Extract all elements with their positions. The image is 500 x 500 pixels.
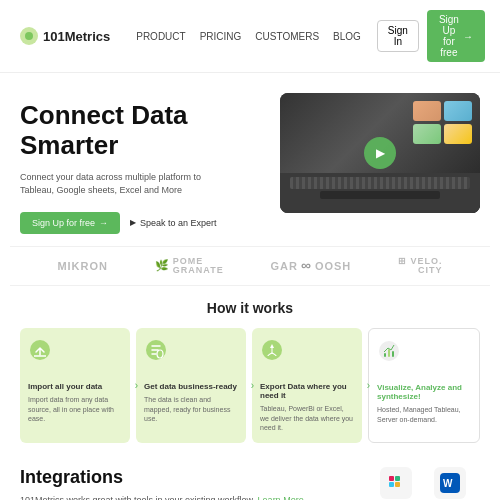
svg-rect-7	[388, 349, 390, 357]
logo-pomegranate: 🌿 Pome granate	[155, 257, 224, 275]
logo-mikron: MIKRON	[57, 260, 108, 272]
logo: 101Metrics	[20, 27, 110, 45]
hiw-card-2-desc: The data is clean and mapped, ready for …	[144, 395, 238, 424]
signup-button-nav[interactable]: Sign Up for free →	[427, 10, 485, 62]
img-tile-2	[444, 101, 472, 121]
integrations-section: Integrations 101Metrics works great with…	[0, 453, 500, 500]
hiw-title: How it works	[20, 300, 480, 316]
svg-rect-10	[389, 482, 394, 487]
logo-velocity: ⊞ VELO. CiTy	[398, 257, 443, 275]
svg-rect-9	[389, 476, 394, 481]
img-tile-1	[413, 101, 441, 121]
integrations-icons: W ✱ Z ☁	[380, 467, 480, 500]
hiw-card-export: Export Data where you need it Tableau, P…	[252, 328, 362, 443]
hiw-cards: Import all your data Import data from an…	[20, 328, 480, 443]
clean-icon	[144, 338, 168, 362]
hiw-card-3-desc: Tableau, PowerBi or Excel, we deliver th…	[260, 404, 354, 433]
hiw-card-2-title: Get data business-ready	[144, 382, 238, 391]
signin-button[interactable]: Sign In	[377, 20, 419, 52]
hiw-card-visualize: Visualize, Analyze and synthesize! Hoste…	[368, 328, 480, 443]
svg-rect-8	[392, 351, 394, 357]
hiw-card-3-title: Export Data where you need it	[260, 382, 354, 400]
hero-left: Connect Data Smarter Connect your data a…	[20, 93, 264, 234]
integration-icons-grid: W ✱ Z ☁	[380, 467, 480, 500]
nav-actions: Sign In Sign Up for free →	[377, 10, 485, 62]
svg-rect-12	[395, 482, 400, 487]
how-it-works-section: How it works Import all your data Import…	[0, 286, 500, 453]
hero-signup-button[interactable]: Sign Up for free →	[20, 212, 120, 234]
image-grid	[413, 101, 472, 144]
logo-garoosh: Gar∞oosh	[270, 260, 351, 272]
svg-text:W: W	[443, 478, 453, 489]
integrations-left: Integrations 101Metrics works great with…	[20, 467, 360, 500]
hero-title: Connect Data Smarter	[20, 101, 264, 161]
nav-blog[interactable]: BLOG	[333, 31, 361, 42]
nav-product[interactable]: PRODUCT	[136, 31, 185, 42]
speak-expert-button[interactable]: Speak to an Expert	[130, 218, 217, 228]
import-icon	[28, 338, 52, 362]
arrow-1: ›	[135, 380, 138, 391]
navbar: 101Metrics PRODUCT PRICING CUSTOMERS BLO…	[0, 0, 500, 73]
svg-point-0	[25, 32, 33, 40]
arrow-3: ›	[367, 380, 370, 391]
play-button[interactable]: ▶	[364, 137, 396, 169]
hero-section: Connect Data Smarter Connect your data a…	[0, 73, 500, 246]
nav-links: PRODUCT PRICING CUSTOMERS BLOG	[136, 31, 361, 42]
export-icon	[260, 338, 284, 362]
svg-rect-11	[395, 476, 400, 481]
hiw-card-clean: Get data business-ready The data is clea…	[136, 328, 246, 443]
nav-customers[interactable]: CUSTOMERS	[255, 31, 319, 42]
logos-strip: MIKRON 🌿 Pome granate Gar∞oosh ⊞ VELO. C…	[10, 246, 490, 286]
hiw-card-4-title: Visualize, Analyze and synthesize!	[377, 383, 471, 401]
hero-description: Connect your data across multiple platfo…	[20, 171, 220, 198]
integrations-title: Integrations	[20, 467, 360, 488]
wrike-icon: W	[434, 467, 466, 499]
img-tile-4	[444, 124, 472, 144]
hiw-card-1-title: Import all your data	[28, 382, 122, 391]
hero-video-thumbnail: ▶	[280, 93, 480, 213]
hiw-card-import: Import all your data Import data from an…	[20, 328, 130, 443]
hero-buttons: Sign Up for free → Speak to an Expert	[20, 212, 264, 234]
nav-pricing[interactable]: PRICING	[200, 31, 242, 42]
hero-image: ▶	[280, 93, 480, 213]
learn-more-link[interactable]: Learn More.	[258, 495, 307, 500]
slack-icon	[380, 467, 412, 499]
visualize-icon	[377, 339, 401, 363]
svg-rect-6	[384, 353, 386, 357]
img-tile-3	[413, 124, 441, 144]
integrations-desc: 101Metrics works great with tools in you…	[20, 494, 360, 500]
logo-icon	[20, 27, 38, 45]
hiw-card-4-desc: Hosted, Managed Tableau, Server on-deman…	[377, 405, 471, 425]
hiw-card-1-desc: Import data from any data source, all in…	[28, 395, 122, 424]
arrow-2: ›	[251, 380, 254, 391]
logo-text: 101Metrics	[43, 29, 110, 44]
